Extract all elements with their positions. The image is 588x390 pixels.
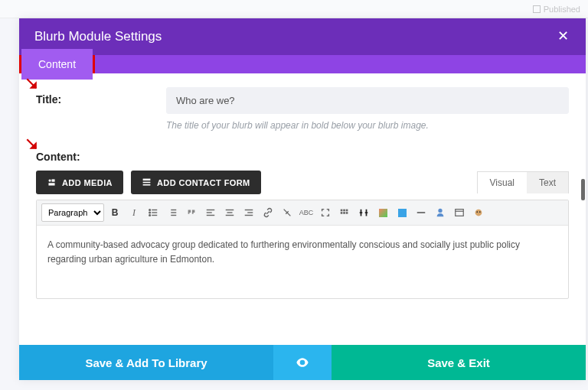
title-help-text: The title of your blurb will appear in b…	[166, 120, 569, 131]
module-settings-modal: Blurb Module Settings ✕ Content Title: T…	[19, 18, 586, 380]
align-left-icon[interactable]	[202, 204, 219, 221]
media-buttons-row: ADD MEDIA ADD CONTACT FORM Visual Text	[36, 171, 569, 194]
content-label: Content:	[36, 151, 569, 163]
add-contact-form-button[interactable]: ADD CONTACT FORM	[131, 171, 261, 194]
save-add-library-button[interactable]: Save & Add To Library	[19, 345, 273, 380]
editor-toolbar: Paragraph B I ABC	[37, 200, 568, 226]
hr-icon[interactable]	[413, 204, 430, 221]
numbered-list-icon[interactable]	[164, 204, 181, 221]
add-media-button[interactable]: ADD MEDIA	[36, 171, 123, 194]
title-label: Title:	[36, 87, 166, 106]
publish-status: Published	[533, 5, 580, 14]
insert-shortcode-icon[interactable]	[355, 204, 372, 221]
calendar-grid-icon[interactable]	[451, 204, 468, 221]
bullet-list-icon[interactable]	[145, 204, 162, 221]
monkey-icon[interactable]	[470, 204, 487, 221]
format-select[interactable]: Paragraph	[41, 203, 104, 222]
add-contact-form-label: ADD CONTACT FORM	[157, 178, 250, 187]
svg-point-41	[301, 361, 303, 363]
svg-point-12	[149, 212, 151, 213]
page-backdrop: Published	[0, 0, 588, 18]
svg-rect-5	[52, 179, 55, 181]
annotation-highlight-box: Content	[19, 55, 95, 73]
svg-rect-32	[343, 212, 345, 214]
scrollbar-thumb[interactable]	[581, 179, 585, 200]
svg-rect-8	[143, 182, 151, 184]
media-icon	[47, 177, 57, 187]
align-center-icon[interactable]	[221, 204, 238, 221]
link-icon[interactable]	[260, 204, 276, 221]
svg-rect-7	[143, 179, 151, 180]
toolbar-toggle-icon[interactable]	[336, 204, 353, 221]
align-right-icon[interactable]	[240, 204, 257, 221]
annotation-arrow-icon	[24, 136, 44, 156]
save-exit-button[interactable]: Save & Exit	[332, 345, 586, 380]
svg-rect-36	[456, 210, 464, 216]
svg-rect-9	[143, 184, 151, 186]
title-field-row: Title:	[36, 87, 569, 114]
publish-label: Published	[544, 5, 580, 14]
svg-rect-29	[343, 210, 345, 212]
blockquote-icon[interactable]	[183, 204, 200, 221]
svg-point-38	[475, 210, 482, 216]
italic-icon[interactable]: I	[126, 204, 142, 221]
rich-text-editor: Paragraph B I ABC	[36, 200, 569, 299]
editor-tab-visual[interactable]: Visual	[478, 172, 527, 193]
svg-rect-30	[346, 210, 348, 212]
annotation-arrow-icon	[24, 76, 44, 96]
eye-icon	[295, 355, 310, 370]
editor-tab-text[interactable]: Text	[527, 172, 568, 193]
modal-header: Blurb Module Settings ✕	[19, 18, 586, 55]
add-media-label: ADD MEDIA	[62, 178, 113, 187]
content-textarea[interactable]: A community-based advocacy group dedicat…	[37, 226, 568, 298]
user-icon[interactable]	[432, 204, 449, 221]
svg-point-14	[149, 215, 151, 216]
editor-mode-tabs: Visual Text	[477, 171, 569, 193]
modal-title: Blurb Module Settings	[34, 29, 162, 44]
color-swatch-2-icon[interactable]	[394, 204, 410, 221]
bold-icon[interactable]: B	[106, 204, 123, 221]
spellcheck-icon[interactable]: ABC	[298, 204, 315, 221]
svg-point-35	[438, 209, 442, 213]
modal-footer: Save & Add To Library Save & Exit	[19, 345, 586, 380]
color-swatch-1-icon[interactable]	[374, 204, 391, 221]
svg-rect-6	[48, 183, 54, 185]
form-icon	[142, 177, 152, 187]
calendar-icon	[533, 5, 541, 13]
modal-body: Title: The title of your blurb will appe…	[19, 73, 586, 345]
close-icon[interactable]: ✕	[555, 29, 570, 44]
svg-point-39	[476, 211, 478, 213]
unlink-icon[interactable]	[279, 204, 296, 221]
svg-point-40	[479, 211, 481, 213]
svg-rect-31	[341, 212, 343, 214]
modal-tabs: Content	[19, 55, 586, 73]
svg-rect-28	[341, 210, 343, 212]
svg-point-10	[149, 210, 151, 211]
svg-point-4	[48, 179, 51, 181]
fullscreen-icon[interactable]	[317, 204, 334, 221]
title-input[interactable]	[166, 87, 569, 114]
preview-button[interactable]	[273, 345, 332, 380]
svg-rect-33	[346, 212, 348, 214]
